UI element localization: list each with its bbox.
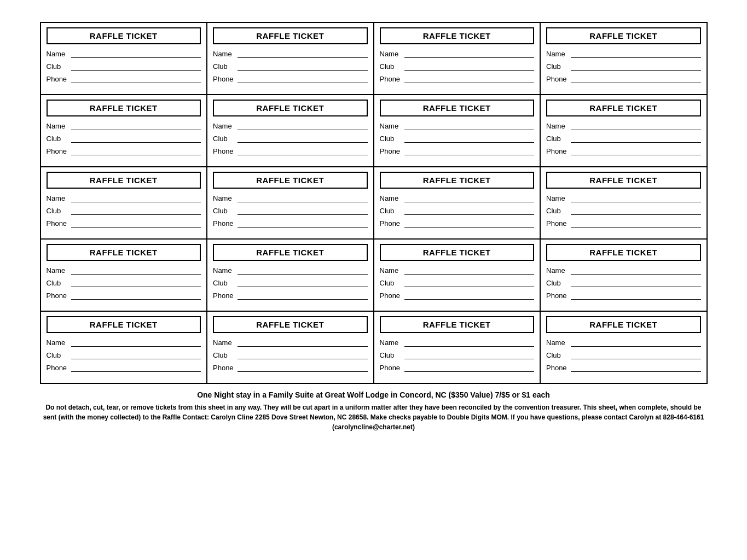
ticket-8-field-name: Name	[546, 122, 701, 130]
ticket-3-label-name: Name	[380, 50, 403, 58]
ticket-4-field-phone: Phone	[546, 75, 701, 83]
ticket-18-field-name: Name	[213, 339, 368, 347]
ticket-14-label-club: Club	[213, 279, 236, 287]
ticket-19-label-phone: Phone	[380, 364, 403, 372]
ticket-19-line-club	[404, 352, 535, 359]
ticket-16-line-name	[571, 267, 701, 275]
ticket-19-field-club: Club	[380, 351, 535, 359]
ticket-18-label-phone: Phone	[213, 364, 236, 372]
ticket-header-14: RAFFLE TICKET	[213, 244, 368, 261]
ticket-5-line-phone	[71, 148, 201, 155]
ticket-8-field-club: Club	[546, 135, 701, 143]
ticket-2-line-club	[238, 63, 368, 71]
footer-prize: One Night stay in a Family Suite at Grea…	[40, 390, 708, 399]
ticket-13-line-name	[71, 267, 201, 275]
ticket-8-label-club: Club	[546, 135, 569, 143]
ticket-8-line-club	[571, 135, 701, 143]
ticket-3-field-club: Club	[380, 62, 535, 71]
ticket-9-label-phone: Phone	[47, 219, 70, 228]
ticket-11-line-name	[404, 195, 535, 202]
ticket-9-label-club: Club	[47, 207, 70, 215]
ticket-15-field-phone: Phone	[380, 291, 535, 300]
ticket-12-label-club: Club	[546, 207, 569, 215]
ticket-15-line-club	[404, 279, 535, 287]
ticket-header-4: RAFFLE TICKET	[546, 27, 701, 44]
ticket-11-field-name: Name	[380, 194, 535, 202]
ticket-4: RAFFLE TICKETNameClubPhone	[540, 22, 707, 95]
ticket-14-field-phone: Phone	[213, 291, 368, 300]
ticket-5-label-club: Club	[47, 135, 70, 143]
ticket-12-label-phone: Phone	[546, 219, 569, 228]
ticket-11-label-name: Name	[380, 194, 403, 202]
ticket-19-label-club: Club	[380, 351, 403, 359]
ticket-15-field-name: Name	[380, 266, 535, 275]
ticket-7-line-phone	[404, 148, 535, 155]
ticket-18-label-name: Name	[213, 339, 236, 347]
ticket-3: RAFFLE TICKETNameClubPhone	[374, 22, 541, 95]
ticket-17-label-phone: Phone	[47, 364, 70, 372]
ticket-18-line-name	[238, 339, 368, 347]
ticket-17-field-phone: Phone	[47, 364, 201, 372]
ticket-13-line-club	[71, 279, 201, 287]
ticket-20-line-phone	[571, 364, 701, 372]
ticket-17-line-name	[71, 339, 201, 347]
ticket-6-label-club: Club	[213, 135, 236, 143]
ticket-10-line-phone	[238, 220, 368, 228]
ticket-20-field-name: Name	[546, 339, 701, 347]
ticket-14-label-name: Name	[213, 266, 236, 275]
ticket-13-label-name: Name	[47, 266, 70, 275]
ticket-header-20: RAFFLE TICKET	[546, 316, 701, 333]
ticket-9-label-name: Name	[47, 194, 70, 202]
ticket-16-line-phone	[571, 292, 701, 300]
ticket-header-13: RAFFLE TICKET	[47, 244, 201, 261]
ticket-3-field-phone: Phone	[380, 75, 535, 83]
ticket-9-line-phone	[71, 220, 201, 228]
ticket-14-field-name: Name	[213, 266, 368, 275]
ticket-1-line-phone	[71, 75, 201, 83]
ticket-19-line-name	[404, 339, 535, 347]
ticket-17-field-name: Name	[47, 339, 201, 347]
ticket-12: RAFFLE TICKETNameClubPhone	[540, 167, 707, 239]
ticket-18-field-phone: Phone	[213, 364, 368, 372]
ticket-5-line-name	[71, 122, 201, 130]
ticket-3-line-phone	[404, 75, 535, 83]
ticket-15: RAFFLE TICKETNameClubPhone	[374, 239, 541, 311]
ticket-7-line-name	[404, 122, 535, 130]
ticket-8-label-name: Name	[546, 122, 569, 130]
ticket-9-field-club: Club	[47, 207, 201, 215]
ticket-10-line-name	[238, 195, 368, 202]
ticket-4-label-name: Name	[546, 50, 569, 58]
ticket-11-field-phone: Phone	[380, 219, 535, 228]
ticket-15-line-phone	[404, 292, 535, 300]
ticket-4-field-club: Club	[546, 62, 701, 71]
ticket-14: RAFFLE TICKETNameClubPhone	[207, 239, 374, 311]
ticket-4-label-club: Club	[546, 62, 569, 71]
ticket-19: RAFFLE TICKETNameClubPhone	[374, 311, 541, 383]
ticket-3-label-club: Club	[380, 62, 403, 71]
ticket-11-label-club: Club	[380, 207, 403, 215]
ticket-19-label-name: Name	[380, 339, 403, 347]
ticket-1-line-name	[71, 50, 201, 58]
ticket-2-label-club: Club	[213, 62, 236, 71]
ticket-header-6: RAFFLE TICKET	[213, 100, 368, 116]
ticket-1-field-name: Name	[47, 50, 201, 58]
ticket-9-field-phone: Phone	[47, 219, 201, 228]
ticket-20-field-club: Club	[546, 351, 701, 359]
ticket-header-12: RAFFLE TICKET	[546, 172, 701, 189]
ticket-18-field-club: Club	[213, 351, 368, 359]
ticket-4-line-club	[571, 63, 701, 71]
ticket-6-label-name: Name	[213, 122, 236, 130]
ticket-header-9: RAFFLE TICKET	[47, 172, 201, 189]
ticket-12-line-name	[571, 195, 701, 202]
ticket-15-label-name: Name	[380, 266, 403, 275]
ticket-6-label-phone: Phone	[213, 147, 236, 155]
ticket-7-field-club: Club	[380, 135, 535, 143]
ticket-header-11: RAFFLE TICKET	[380, 172, 535, 189]
ticket-2-field-club: Club	[213, 62, 368, 71]
ticket-12-field-phone: Phone	[546, 219, 701, 228]
ticket-5-field-club: Club	[47, 135, 201, 143]
ticket-13-field-phone: Phone	[47, 291, 201, 300]
ticket-19-field-phone: Phone	[380, 364, 535, 372]
ticket-10-field-name: Name	[213, 194, 368, 202]
ticket-6: RAFFLE TICKETNameClubPhone	[207, 95, 374, 167]
